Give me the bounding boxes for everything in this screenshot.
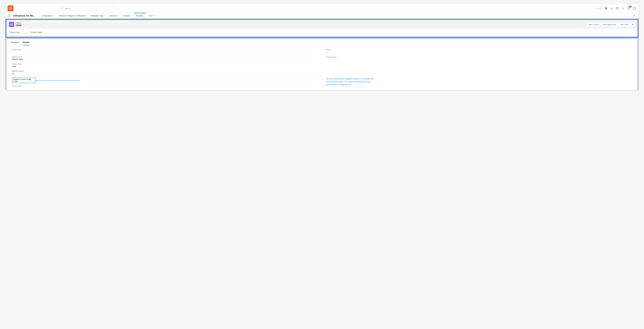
user-avatar[interactable] xyxy=(632,6,636,11)
info-icon[interactable]: i xyxy=(29,79,31,80)
record-header: Product chair New Contact New Opportunit… xyxy=(6,20,638,37)
nav-magento-configuration[interactable]: eShopSync Magento Configuration xyxy=(57,13,88,19)
search-input[interactable] xyxy=(60,6,116,11)
add-button[interactable] xyxy=(604,7,608,10)
label-magento-site: Magento Site xyxy=(12,49,318,51)
sync-icon[interactable] xyxy=(610,7,614,10)
record-highlight-fields: Product Code Product Family xyxy=(6,29,638,37)
nav-contacts[interactable]: Contacts∨ xyxy=(121,13,134,19)
product-icon xyxy=(9,22,14,27)
highlight-product-family: Product Family xyxy=(30,31,42,33)
global-header: ★▾ 20 xyxy=(6,4,638,13)
highlight-product-code: Product Code xyxy=(9,31,20,33)
value-magento-store: Default Store xyxy=(12,58,318,60)
chevron-down-icon: ∨ xyxy=(144,15,144,17)
favorites-button[interactable]: ★▾ xyxy=(597,7,602,10)
details-card: Related Details Magento Site i Magento S… xyxy=(6,39,638,90)
label-active: Active xyxy=(326,49,632,51)
value-magento-quantity: 10 xyxy=(12,73,318,75)
app-launcher-icon[interactable] xyxy=(8,14,11,18)
record-band: Product chair New Contact New Opportunit… xyxy=(6,19,638,38)
global-search[interactable] xyxy=(60,6,116,11)
field-magento-site: Magento Site i xyxy=(12,49,318,54)
nav-tabs: Configurations∨ eShopSync Magento Config… xyxy=(40,13,157,19)
label-product-family: Product Family xyxy=(326,56,632,58)
edit-nav-icon[interactable] xyxy=(632,13,636,18)
nav-configurations[interactable]: Configurations∨ xyxy=(40,13,56,19)
record-actions: New Contact New Opportunity New Case ▼ xyxy=(586,22,635,27)
more-actions-button[interactable]: ▼ xyxy=(630,22,635,27)
field-product-name: Product Name chair xyxy=(12,63,318,68)
checkbox-active xyxy=(326,51,328,53)
app-frame: ★▾ 20 eShopSync for Ma… Configurati xyxy=(6,4,638,90)
help-button[interactable] xyxy=(616,7,619,10)
value-product-name: chair xyxy=(12,65,318,68)
global-actions: ★▾ 20 xyxy=(597,6,636,11)
content-band: Related Details Magento Site i Magento S… xyxy=(6,38,638,90)
setup-button[interactable] xyxy=(621,7,625,10)
new-case-button[interactable]: New Case xyxy=(618,22,630,27)
field-active: Active xyxy=(326,49,632,54)
notifications-button[interactable]: 20 xyxy=(627,7,630,10)
chevron-down-icon: ∨ xyxy=(104,15,105,17)
new-opportunity-button[interactable]: New Opportunity xyxy=(601,22,618,27)
app-nav: eShopSync for Ma… Configurations∨ eShopS… xyxy=(6,13,638,19)
chevron-down-icon: ∨ xyxy=(118,15,118,17)
tab-related[interactable]: Related xyxy=(11,41,18,46)
object-label: Product xyxy=(16,22,22,24)
search-icon xyxy=(61,7,63,10)
record-tabs: Related Details xyxy=(9,41,635,46)
details-panel: Magento Site i Magento Store Default Sto… xyxy=(9,49,635,90)
svg-point-0 xyxy=(10,8,11,9)
chevron-down-icon: ∨ xyxy=(130,15,132,17)
nav-products[interactable]: Products∨ xyxy=(134,13,146,19)
details-left-column: Magento Site i Magento Store Default Sto… xyxy=(12,49,318,90)
field-magento-store: Magento Store Default Store xyxy=(12,56,318,61)
label-product-code: Product Code xyxy=(12,85,318,87)
chevron-down-icon: ∨ xyxy=(54,15,54,17)
chevron-down-icon: ▼ xyxy=(154,15,155,17)
label-product-name: Product Name xyxy=(12,63,318,65)
value-magento-site[interactable]: i xyxy=(12,51,12,53)
field-magento-product-id: Magento Product ID i 2,046 xyxy=(12,77,36,83)
annotation-text: You can check that the Magento product I… xyxy=(326,77,374,86)
svg-point-4 xyxy=(623,8,624,9)
field-magento-quantity: Magento Quantity 10 xyxy=(12,70,318,76)
value-magento-product-id: 2,046 xyxy=(13,80,34,82)
label-magento-product-id: Magento Product ID i xyxy=(13,78,31,80)
record-title: chair xyxy=(16,24,22,27)
label-magento-store: Magento Store xyxy=(12,56,318,58)
svg-point-1 xyxy=(62,8,62,9)
nav-eshopsync-logs[interactable]: eShopSync Logs∨ xyxy=(88,13,107,19)
field-product-code: Product Code xyxy=(12,85,318,88)
details-right-column: Active Product Family You can check that… xyxy=(326,49,632,90)
field-magento-product-id-row: Magento Product ID i 2,046 xyxy=(12,77,318,83)
label-magento-quantity: Magento Quantity xyxy=(12,70,318,72)
new-contact-button[interactable]: New Contact xyxy=(586,22,601,27)
nav-more[interactable]: More▼ xyxy=(147,13,157,19)
app-name: eShopSync for Ma… xyxy=(13,15,36,17)
field-product-family: Product Family xyxy=(326,56,632,59)
annotation-arrow xyxy=(36,80,80,81)
nav-accounts[interactable]: Accounts∨ xyxy=(108,13,120,19)
tab-details[interactable]: Details xyxy=(23,41,30,46)
app-logo xyxy=(8,6,14,11)
notification-count: 20 xyxy=(629,6,632,8)
